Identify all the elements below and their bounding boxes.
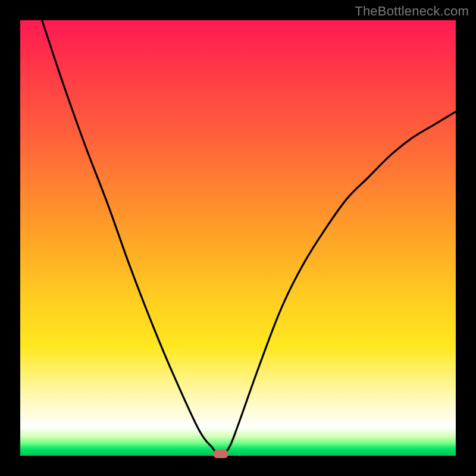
- watermark-text: TheBottleneck.com: [355, 4, 469, 19]
- chart-frame: TheBottleneck.com: [0, 0, 476, 476]
- curve-svg: [20, 20, 456, 456]
- bottleneck-curve-path: [42, 20, 456, 456]
- plot-area: [20, 20, 456, 456]
- minimum-marker: [213, 450, 228, 458]
